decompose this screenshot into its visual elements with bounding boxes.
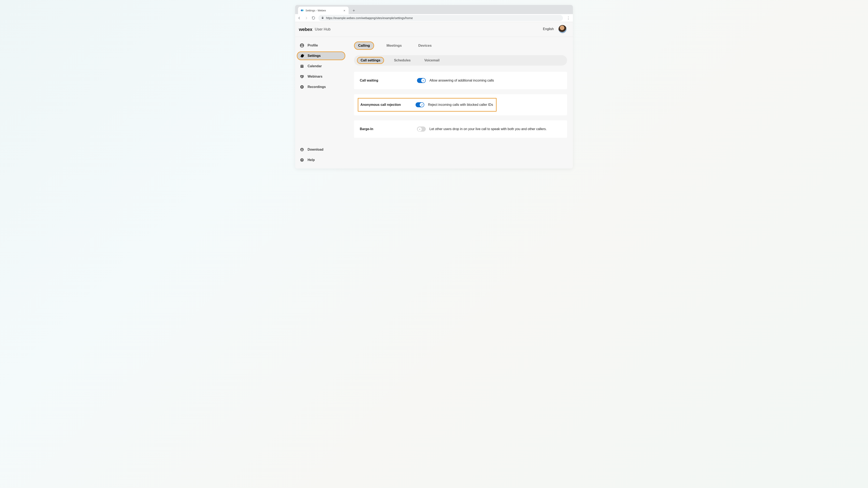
x-icon: ×: [417, 127, 422, 131]
settings-cards: Call waiting Allow answering of addition…: [354, 72, 567, 138]
svg-rect-7: [302, 64, 303, 65]
sidebar-item-download[interactable]: Download: [297, 145, 345, 154]
svg-rect-8: [301, 66, 304, 66]
forward-button[interactable]: [304, 16, 308, 20]
svg-point-14: [301, 86, 302, 87]
browser-window: Settings - Webex × + https://example.web…: [295, 5, 573, 169]
brand-subtitle: User Hub: [315, 27, 331, 32]
sidebar: Profile Settings Calendar: [295, 37, 347, 169]
back-button[interactable]: [297, 16, 301, 20]
card-call-waiting: Call waiting Allow answering of addition…: [354, 72, 567, 89]
address-bar-row: https://example.webex.com/webappng/sites…: [295, 14, 573, 22]
lock-icon: [321, 16, 324, 20]
highlight-outline: Anonymous call rejection Reject incoming…: [358, 98, 497, 112]
tab-title: Settings - Webex: [306, 9, 341, 12]
tab-calling[interactable]: Calling: [354, 41, 374, 50]
browser-menu-icon[interactable]: ⋮: [566, 16, 571, 20]
secondary-tabs: Call settings Schedules Voicemail: [354, 55, 567, 65]
gear-icon: [300, 54, 304, 58]
address-bar[interactable]: https://example.webex.com/webappng/sites…: [318, 15, 563, 21]
subtab-voicemail[interactable]: Voicemail: [421, 57, 443, 64]
url-text: https://example.webex.com/webappng/sites…: [326, 17, 413, 20]
sidebar-item-label: Recordings: [308, 85, 326, 89]
setting-desc: Reject incoming calls with blocked calle…: [428, 103, 493, 107]
setting-desc: Let other users drop in on your live cal…: [429, 127, 547, 131]
record-icon: [300, 85, 304, 89]
sidebar-item-calendar[interactable]: Calendar: [297, 62, 345, 70]
setting-title: Barge-In: [360, 127, 417, 131]
top-right-controls: English: [543, 25, 567, 33]
toggle-anon-reject[interactable]: [415, 102, 424, 107]
svg-rect-11: [302, 76, 303, 76]
tab-strip: Settings - Webex × +: [295, 5, 573, 14]
card-barge-in: Barge-In × Let other users drop in on yo…: [354, 120, 567, 138]
sidebar-item-label: Help: [308, 158, 315, 162]
sidebar-item-label: Calendar: [308, 64, 322, 68]
svg-rect-12: [302, 76, 303, 77]
sidebar-item-webinars[interactable]: Webinars: [297, 72, 345, 81]
primary-tabs: Calling Meetings Devices: [354, 41, 567, 50]
svg-point-10: [301, 76, 302, 77]
app-container: webex User Hub Profile: [295, 22, 573, 169]
svg-rect-9: [300, 75, 304, 77]
webinar-icon: [300, 74, 304, 79]
webex-favicon: [301, 9, 304, 12]
svg-point-1: [302, 9, 303, 11]
card-anon-call-rejection: Anonymous call rejection Reject incoming…: [354, 94, 567, 115]
avatar[interactable]: [558, 25, 567, 33]
person-icon: [300, 43, 304, 48]
sidebar-item-recordings[interactable]: Recordings: [297, 83, 345, 91]
main-content: English Calling Meetings Devices Call se…: [347, 37, 573, 169]
sidebar-item-label: Webinars: [308, 75, 322, 79]
sidebar-item-label: Download: [308, 148, 323, 151]
sidebar-item-help[interactable]: ? Help: [297, 155, 345, 164]
sidebar-item-settings[interactable]: Settings: [297, 52, 345, 60]
download-icon: [300, 147, 304, 152]
subtab-schedules[interactable]: Schedules: [390, 57, 414, 64]
browser-tab[interactable]: Settings - Webex ×: [298, 7, 349, 14]
sidebar-item-label: Settings: [308, 54, 321, 58]
tab-meetings[interactable]: Meetings: [382, 41, 406, 50]
language-selector[interactable]: English: [543, 27, 554, 31]
svg-point-3: [301, 45, 303, 46]
setting-title: Anonymous call rejection: [361, 103, 415, 107]
subtab-call-settings[interactable]: Call settings: [357, 57, 384, 64]
toggle-call-waiting[interactable]: [417, 78, 426, 83]
check-icon: [420, 103, 424, 107]
app-body: Profile Settings Calendar: [295, 37, 573, 169]
brand-logo: webex: [299, 27, 312, 32]
close-tab-icon[interactable]: ×: [343, 9, 346, 12]
calendar-icon: [300, 64, 304, 68]
svg-rect-6: [301, 64, 302, 65]
reload-button[interactable]: [311, 16, 315, 20]
help-icon: ?: [300, 158, 304, 162]
tab-devices[interactable]: Devices: [414, 41, 436, 50]
svg-text:?: ?: [301, 159, 303, 161]
check-icon: [421, 79, 425, 83]
new-tab-button[interactable]: +: [351, 7, 357, 14]
setting-desc: Allow answering of additional incoming c…: [429, 79, 494, 82]
sidebar-item-profile[interactable]: Profile: [297, 41, 345, 50]
toggle-barge-in[interactable]: ×: [417, 126, 426, 132]
sidebar-item-label: Profile: [308, 44, 318, 47]
setting-title: Call waiting: [360, 79, 417, 82]
app-header: webex User Hub: [295, 22, 573, 37]
